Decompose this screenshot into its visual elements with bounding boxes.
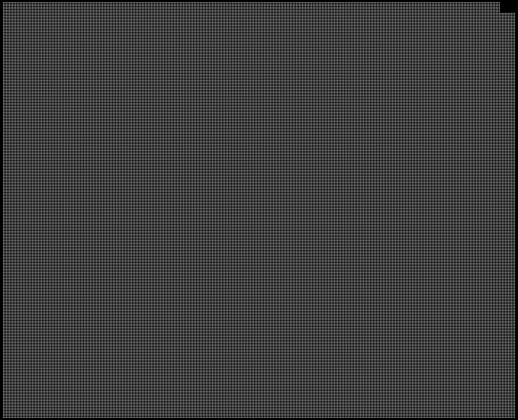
close-button[interactable] <box>500 2 516 12</box>
window-frame <box>0 0 518 420</box>
